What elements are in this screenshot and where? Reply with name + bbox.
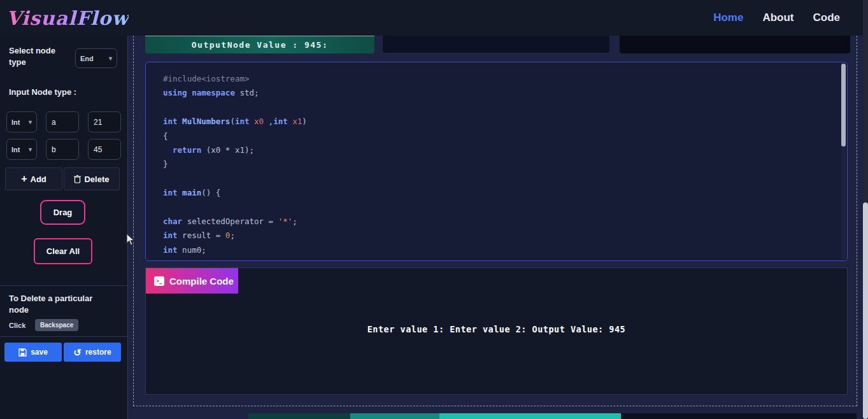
node-fragment[interactable] — [382, 36, 610, 53]
delete-hint-title: To Delete a particular node — [9, 293, 104, 316]
sidebar: Select node type End ▾ Input Node type :… — [0, 36, 128, 419]
drag-node-button[interactable]: Drag — [40, 200, 85, 225]
compile-button-label: Compile Code — [169, 276, 234, 287]
divider — [0, 336, 127, 337]
trash-icon — [74, 175, 81, 183]
save-button[interactable]: save — [4, 343, 62, 362]
clear-all-button[interactable]: Clear All — [34, 238, 92, 264]
restore-icon: ↺ — [73, 348, 82, 357]
chevron-down-icon: ▾ — [29, 146, 32, 153]
nav-link-about[interactable]: About — [762, 11, 793, 24]
restore-button[interactable]: ↺ restore — [64, 343, 121, 362]
node-fragment[interactable] — [350, 413, 439, 419]
code-lines: #include<iostream>using namespace std; i… — [163, 72, 834, 257]
divider — [0, 285, 127, 286]
chevron-down-icon: ▾ — [109, 55, 112, 62]
add-button-label: Add — [31, 174, 46, 184]
node-fragment[interactable] — [439, 413, 621, 419]
save-button-label: save — [31, 348, 48, 357]
navbar: VisualFlow Home About Code — [0, 0, 868, 36]
input-node-type-label: Input Node type : — [9, 87, 76, 98]
add-button[interactable]: + Add — [5, 167, 62, 190]
page-scrollbar-thumb[interactable] — [863, 202, 868, 419]
nav-link-home[interactable]: Home — [713, 11, 743, 24]
output-node[interactable]: OutputNode Value : 945: — [145, 36, 374, 53]
select-node-type-label: Select node type — [9, 45, 69, 68]
input-type-value: Int — [11, 118, 20, 126]
input-type-value: Int — [11, 146, 20, 153]
restore-button-label: restore — [85, 348, 111, 357]
input-type-select[interactable]: Int ▾ — [6, 139, 37, 160]
input-node-row: Int ▾ — [0, 111, 128, 132]
backspace-key-badge: Backspace — [35, 319, 78, 331]
terminal-icon: >_ — [154, 276, 164, 286]
input-type-select[interactable]: Int ▾ — [6, 111, 37, 132]
compile-code-button[interactable]: >_ Compile Code — [146, 268, 238, 294]
input-name-field[interactable] — [46, 111, 79, 132]
page-scrollbar-track[interactable] — [863, 0, 868, 419]
node-type-select-value: End — [80, 55, 94, 62]
app: VisualFlow Home About Code Select node t… — [0, 0, 868, 419]
delete-button[interactable]: Delete — [64, 167, 120, 190]
compile-output-panel: >_ Compile Code Enter value 1: Enter val… — [145, 267, 848, 395]
node-fragment[interactable] — [620, 36, 850, 53]
node-type-select[interactable]: End ▾ — [75, 48, 117, 68]
nav-links: Home About Code — [713, 11, 840, 24]
input-node-row: Int ▾ — [0, 139, 128, 160]
delete-hint-click-label: Click — [9, 322, 25, 329]
chevron-down-icon: ▾ — [29, 118, 32, 125]
input-value-field[interactable] — [88, 111, 121, 132]
code-scrollbar-thumb[interactable] — [841, 64, 846, 146]
console-output-text: Enter value 1: Enter value 2: Output Val… — [146, 324, 847, 334]
code-scrollbar-track[interactable] — [841, 64, 846, 259]
node-fragment[interactable] — [248, 413, 350, 419]
save-icon — [18, 348, 27, 357]
nav-link-code[interactable]: Code — [813, 11, 841, 24]
input-value-field[interactable] — [88, 139, 121, 160]
node-fragment[interactable] — [621, 413, 857, 419]
delete-button-label: Delete — [84, 174, 109, 184]
plus-icon: + — [21, 173, 27, 185]
brand-logo[interactable]: VisualFlow — [6, 7, 129, 29]
code-editor-panel: #include<iostream>using namespace std; i… — [145, 62, 848, 261]
input-name-field[interactable] — [46, 139, 79, 160]
